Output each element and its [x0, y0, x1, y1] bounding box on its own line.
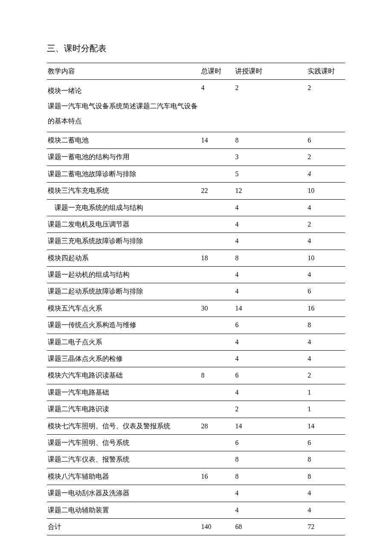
cell-practice: 4 [307, 166, 345, 182]
cell-total [200, 233, 234, 250]
cell-lecture: 6 [234, 317, 307, 334]
cell-content: 模块四起动系 [47, 250, 200, 266]
document-page: 三、课时分配表 教学内容 总课时 讲授课时 实践课时 模块一绪论课题一汽车电气设… [0, 0, 392, 555]
cell-content: 课题一汽车照明、信号系统 [47, 434, 200, 451]
cell-lecture: 4 [234, 283, 307, 300]
cell-total [200, 401, 234, 418]
cell-practice: 8 [307, 451, 345, 468]
table-row: 课题三晶体点火系的检修44 [47, 351, 345, 367]
cell-practice: 6 [307, 434, 345, 451]
cell-practice: 16 [307, 300, 345, 317]
table-row: 课题一电动刮水器及洗涤器44 [47, 485, 345, 502]
cell-content: 模块二蓄电池 [47, 132, 200, 148]
cell-practice: 8 [307, 468, 345, 485]
cell-lecture: 4 [234, 502, 307, 518]
cell-total [200, 283, 234, 300]
table-row: 模块八汽车辅助电器1688 [47, 468, 345, 485]
header-total: 总课时 [200, 63, 234, 80]
cell-practice: 4 [307, 502, 345, 518]
cell-total [200, 351, 234, 367]
cell-lecture: 4 [234, 267, 307, 283]
cell-content: 课题一蓄电池的结构与作用 [47, 149, 200, 166]
cell-lecture: 5 [234, 166, 307, 182]
table-row: 课题二起动系统故障诊断与排除46 [47, 283, 345, 300]
cell-content: 合计 [47, 518, 200, 535]
cell-practice: 8 [307, 317, 345, 334]
cell-lecture: 8 [234, 250, 307, 266]
cell-content: 课题一电动刮水器及洗涤器 [47, 485, 200, 502]
cell-content: 模块八汽车辅助电器 [47, 468, 200, 485]
cell-lecture: 4 [234, 384, 307, 401]
cell-total: 4 [200, 80, 234, 132]
cell-content: 课题二汽车电路识读 [47, 401, 200, 418]
table-row: 课题二汽车仪表、报警系统88 [47, 451, 345, 468]
cell-lecture: 12 [234, 183, 307, 199]
table-row: 课题一充电系统的组成与结构44 [47, 199, 345, 216]
cell-lecture: 2 [234, 80, 307, 132]
cell-practice: 2 [307, 149, 345, 166]
cell-practice: 4 [307, 334, 345, 350]
cell-content: 课题二电子点火系 [47, 334, 200, 350]
cell-lecture: 4 [234, 216, 307, 232]
table-row: 课题一汽车照明、信号系统66 [47, 434, 345, 451]
cell-practice: 14 [307, 418, 345, 434]
cell-lecture: 14 [234, 418, 307, 434]
cell-total: 22 [200, 183, 234, 199]
cell-practice: 10 [307, 183, 345, 199]
cell-practice: 2 [307, 80, 345, 132]
cell-practice: 4 [307, 267, 345, 283]
cell-total [200, 216, 234, 232]
table-row: 模块六汽车电路识读基础862 [47, 367, 345, 384]
cell-content: 课题一起动机的组成与结构 [47, 267, 200, 283]
header-practice: 实践课时 [307, 63, 345, 80]
table-row: 模块二蓄电池1486 [47, 132, 345, 148]
cell-content: 课题二发电机及电压调节器 [47, 216, 200, 232]
table-row: 课题一汽车电路基础41 [47, 384, 345, 401]
cell-content: 课题二蓄电池故障诊断与排除 [47, 166, 200, 182]
table-row: 课题一传统点火系构造与维修68 [47, 317, 345, 334]
cell-content: 模块一绪论课题一汽车电气设备系统简述课题二汽车电气设备的基本特点 [47, 80, 200, 132]
header-content: 教学内容 [47, 63, 200, 80]
cell-lecture: 6 [234, 367, 307, 384]
cell-content: 课题一传统点火系构造与维修 [47, 317, 200, 334]
cell-lecture: 4 [234, 351, 307, 367]
cell-content: 模块五汽车点火系 [47, 300, 200, 317]
cell-lecture: 2 [234, 401, 307, 418]
cell-practice: 2 [307, 367, 345, 384]
table-row: 课题二汽车电路识读21 [47, 401, 345, 418]
cell-content: 课题二电动辅助装置 [47, 502, 200, 518]
cell-practice: 4 [307, 351, 345, 367]
cell-lecture: 4 [234, 233, 307, 250]
cell-practice: 6 [307, 132, 345, 148]
cell-total: 8 [200, 367, 234, 384]
cell-lecture: 6 [234, 434, 307, 451]
table-row: 课题二电动辅助装置44 [47, 502, 345, 518]
table-row: 课题二发电机及电压调节器42 [47, 216, 345, 232]
table-row: 模块七汽车照明、信号、仪表及警报系统281414 [47, 418, 345, 434]
cell-lecture: 68 [234, 518, 307, 535]
cell-total [200, 485, 234, 502]
header-lecture: 讲授课时 [234, 63, 307, 80]
table-row: 课题二电子点火系44 [47, 334, 345, 350]
table-row: 模块三汽车充电系统221210 [47, 183, 345, 199]
cell-content: 课题二起动系统故障诊断与排除 [47, 283, 200, 300]
cell-lecture: 4 [234, 334, 307, 350]
table-row: 课题三充电系统故障诊断与排除44 [47, 233, 345, 250]
cell-total [200, 451, 234, 468]
cell-total: 140 [200, 518, 234, 535]
cell-lecture: 8 [234, 132, 307, 148]
cell-total: 14 [200, 132, 234, 148]
cell-practice: 72 [307, 518, 345, 535]
cell-content: 模块七汽车照明、信号、仪表及警报系统 [47, 418, 200, 434]
cell-lecture: 8 [234, 468, 307, 485]
cell-total [200, 199, 234, 216]
schedule-table: 教学内容 总课时 讲授课时 实践课时 模块一绪论课题一汽车电气设备系统简述课题二… [47, 63, 345, 535]
cell-practice: 6 [307, 283, 345, 300]
cell-lecture: 3 [234, 149, 307, 166]
cell-practice: 10 [307, 250, 345, 266]
table-row: 课题一蓄电池的结构与作用32 [47, 149, 345, 166]
table-header-row: 教学内容 总课时 讲授课时 实践课时 [47, 63, 345, 80]
cell-content: 课题二汽车仪表、报警系统 [47, 451, 200, 468]
cell-total: 28 [200, 418, 234, 434]
cell-content: 课题一充电系统的组成与结构 [47, 199, 200, 216]
